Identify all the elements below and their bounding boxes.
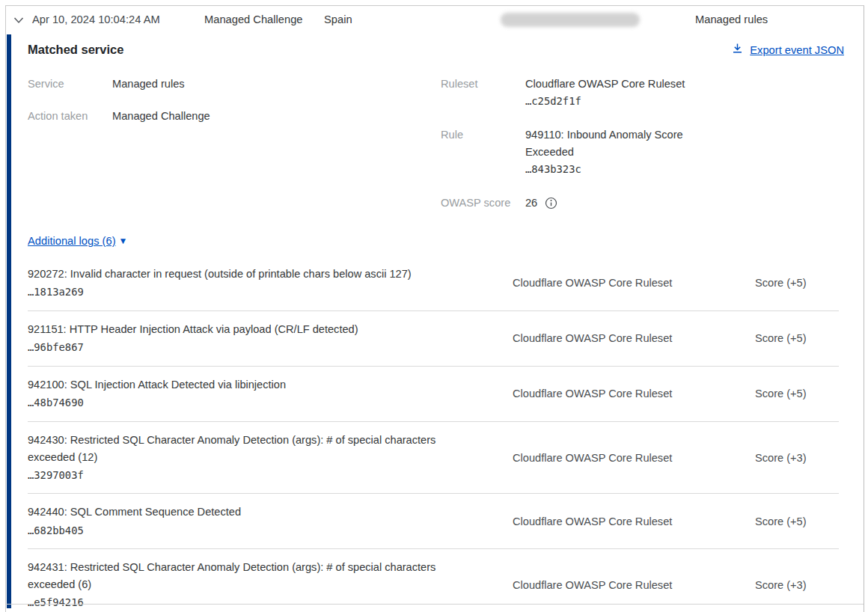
additional-logs-list: 920272: Invalid character in request (ou… — [28, 256, 864, 612]
field-service: Service Managed rules — [28, 76, 441, 93]
log-rule-text: 942430: Restricted SQL Character Anomaly… — [28, 434, 435, 463]
ruleset-hash: …c25d2f1f — [525, 95, 581, 107]
additional-logs-label: Additional logs (6) — [28, 235, 116, 247]
log-description: 920272: Invalid character in request (ou… — [28, 266, 471, 301]
event-timestamp: Apr 10, 2024 10:04:24 AM — [32, 13, 160, 25]
log-description: 942440: SQL Comment Sequence Detected …6… — [28, 504, 471, 539]
log-ruleset: Cloudflare OWASP Core Ruleset — [513, 504, 686, 539]
ruleset-name: Cloudflare OWASP Core Ruleset — [525, 78, 685, 90]
owasp-score-value: 26 — [525, 195, 537, 212]
log-row: 942100: SQL Injection Attack Detected vi… — [28, 367, 839, 422]
log-score: Score (+5) — [755, 321, 807, 356]
download-icon — [732, 43, 743, 57]
log-score: Score (+5) — [755, 266, 807, 301]
event-service: Managed rules — [695, 13, 768, 25]
log-rule-text: 942431: Restricted SQL Character Anomaly… — [28, 561, 435, 590]
field-action-taken: Action taken Managed Challenge — [28, 108, 441, 125]
log-ruleset: Cloudflare OWASP Core Ruleset — [513, 266, 686, 301]
field-ruleset: Ruleset Cloudflare OWASP Core Ruleset …c… — [441, 76, 864, 111]
field-value: Managed rules — [112, 76, 185, 93]
export-event-json-link[interactable]: Export event JSON — [732, 43, 844, 57]
info-icon[interactable] — [545, 197, 557, 209]
log-row: 921151: HTTP Header Injection Attack via… — [28, 311, 839, 367]
field-label: Action taken — [28, 108, 112, 125]
export-link-label: Export event JSON — [750, 44, 844, 56]
field-label: Rule — [441, 126, 525, 179]
log-description: 942430: Restricted SQL Character Anomaly… — [28, 432, 471, 484]
log-ruleset: Cloudflare OWASP Core Ruleset — [513, 321, 686, 356]
log-rule-text: 921151: HTTP Header Injection Attack via… — [28, 323, 358, 335]
field-owasp-score: OWASP score 26 — [441, 195, 864, 212]
log-rule-hash: …3297003f — [28, 468, 471, 484]
field-label: Service — [28, 76, 112, 93]
log-ruleset: Cloudflare OWASP Core Ruleset — [513, 376, 686, 411]
expanded-row-accent-bar — [7, 34, 11, 608]
log-ruleset: Cloudflare OWASP Core Ruleset — [513, 432, 686, 484]
event-country: Spain — [324, 13, 352, 25]
chevron-down-icon[interactable] — [13, 15, 25, 25]
log-score: Score (+5) — [755, 504, 807, 539]
rule-hash: …843b323c — [525, 163, 581, 175]
matched-service-title: Matched service — [28, 43, 123, 57]
log-rule-text: 942440: SQL Comment Sequence Detected — [28, 506, 241, 518]
event-detail-panel: Matched service Export event JSON Servic… — [6, 34, 864, 608]
log-rule-hash: …96bfe867 — [28, 340, 471, 356]
event-action: Managed Challenge — [204, 13, 302, 25]
firewall-event-table: Apr 10, 2024 10:04:24 AM Managed Challen… — [5, 5, 864, 612]
field-value: Managed Challenge — [112, 108, 210, 125]
log-rule-text: 942100: SQL Injection Attack Detected vi… — [28, 379, 286, 391]
log-rule-hash: …48b74690 — [28, 395, 471, 411]
caret-down-icon: ▼ — [119, 236, 128, 246]
log-score: Score (+5) — [755, 376, 807, 411]
field-value: 949110: Inbound Anomaly Score Exceeded …… — [525, 126, 709, 179]
event-summary-row[interactable]: Apr 10, 2024 10:04:24 AM Managed Challen… — [6, 6, 864, 34]
field-label: OWASP score — [441, 195, 525, 212]
additional-logs-toggle[interactable]: Additional logs (6) ▼ — [28, 235, 864, 247]
log-row: 920272: Invalid character in request (ou… — [28, 256, 839, 311]
field-label: Ruleset — [441, 76, 525, 111]
next-row-divider — [6, 604, 864, 605]
rule-name: 949110: Inbound Anomaly Score Exceeded — [525, 129, 683, 158]
log-rule-hash: …1813a269 — [28, 284, 471, 301]
log-description: 942100: SQL Injection Attack Detected vi… — [28, 376, 471, 411]
log-rule-text: 920272: Invalid character in request (ou… — [28, 268, 412, 280]
log-row: 942431: Restricted SQL Character Anomaly… — [28, 549, 839, 612]
log-description: 921151: HTTP Header Injection Attack via… — [28, 321, 471, 356]
log-rule-hash: …682bb405 — [28, 523, 471, 539]
log-row: 942430: Restricted SQL Character Anomaly… — [28, 422, 839, 495]
log-score: Score (+3) — [755, 432, 807, 484]
log-row: 942440: SQL Comment Sequence Detected …6… — [28, 494, 839, 549]
redacted-hostname — [501, 13, 640, 27]
field-value: Cloudflare OWASP Core Ruleset …c25d2f1f — [525, 76, 709, 111]
field-rule: Rule 949110: Inbound Anomaly Score Excee… — [441, 126, 864, 179]
